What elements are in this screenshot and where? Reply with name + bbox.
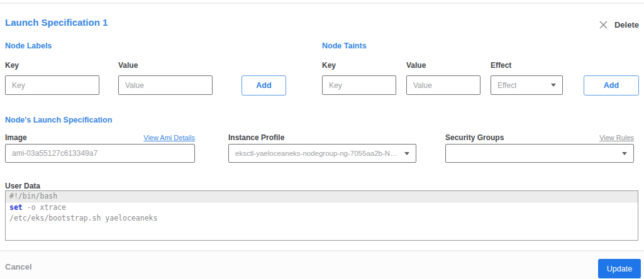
user-data-label: User Data (5, 182, 40, 190)
effect-select[interactable]: Effect (491, 75, 563, 95)
user-data-editor[interactable]: #!/bin/bash set -o xtrace /etc/eks/boots… (5, 190, 638, 241)
node-labels-value-input[interactable] (118, 75, 213, 95)
image-label: Image (5, 133, 27, 142)
node-labels-value-label: Value (118, 61, 138, 70)
delete-button[interactable]: Delete (599, 20, 639, 30)
node-labels-add-button[interactable]: Add (242, 75, 286, 96)
code-line: /etc/eks/bootstrap.sh yaeloceaneks (6, 213, 638, 224)
update-button[interactable]: Update (598, 259, 641, 278)
security-groups-select[interactable] (445, 144, 634, 163)
code-keyword: set (9, 203, 23, 212)
footer-bar (0, 251, 644, 279)
node-taints-heading: Node Taints (322, 41, 367, 50)
node-taints-value-input[interactable] (406, 75, 480, 95)
footer-divider (0, 250, 644, 251)
instance-profile-value: eksctl-yaeloceaneks-nodegroup-ng-7055aa2… (235, 150, 399, 157)
cancel-button[interactable]: Cancel (5, 262, 32, 271)
security-groups-label: Security Groups (445, 133, 504, 142)
close-icon (599, 21, 608, 29)
page-title: Launch Specification 1 (5, 17, 108, 28)
node-taints-key-label: Key (322, 61, 336, 70)
node-taints-add-button[interactable]: Add (584, 75, 639, 96)
code-line: #!/bin/bash (6, 191, 638, 202)
chevron-down-icon (404, 152, 409, 155)
instance-profile-select[interactable]: eksctl-yaeloceaneks-nodegroup-ng-7055aa2… (228, 144, 416, 163)
node-labels-key-label: Key (5, 61, 19, 70)
image-input[interactable] (5, 144, 195, 163)
view-rules-link[interactable]: View Rules (599, 134, 634, 141)
launch-spec-heading: Node's Launch Specification (5, 116, 112, 124)
node-taints-key-input[interactable] (322, 75, 396, 95)
chevron-down-icon (622, 152, 627, 155)
effect-select-value: Effect (497, 81, 516, 90)
top-divider (0, 3, 644, 4)
code-line: set -o xtrace (6, 202, 638, 213)
node-taints-effect-label: Effect (491, 61, 511, 70)
node-taints-value-label: Value (406, 61, 426, 70)
node-labels-key-input[interactable] (5, 75, 99, 95)
delete-label: Delete (614, 20, 639, 30)
instance-profile-label: Instance Profile (228, 133, 284, 142)
view-ami-details-link[interactable]: View Ami Details (143, 134, 195, 141)
node-labels-heading: Node Labels (5, 41, 52, 50)
launch-specification-editor: Launch Specification 1 Delete Node Label… (0, 0, 644, 279)
chevron-down-icon (551, 84, 556, 87)
code-text: -o xtrace (23, 203, 66, 212)
